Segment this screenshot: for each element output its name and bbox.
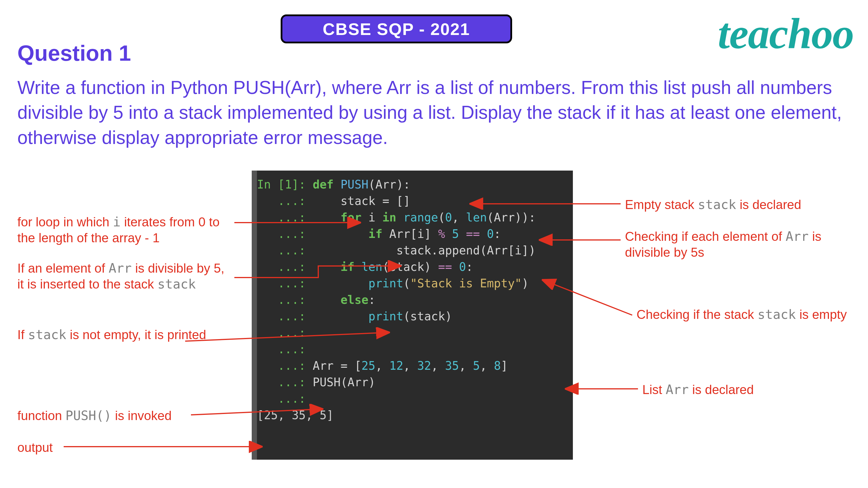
svg-line-6 (544, 281, 632, 315)
svg-line-2 (191, 409, 321, 415)
svg-line-1 (185, 332, 388, 341)
annotation-arrows (0, 0, 868, 488)
